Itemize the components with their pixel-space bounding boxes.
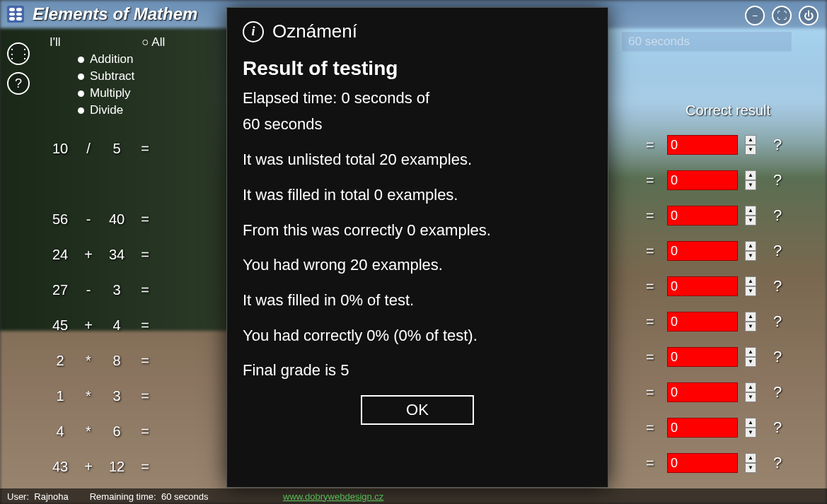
spin-down-icon[interactable]: ▼ [745,216,756,225]
spin-down-icon[interactable]: ▼ [745,180,756,190]
spin-down-icon[interactable]: ▼ [745,357,756,367]
spinner[interactable]: ▲▼ [745,382,756,402]
answer-input[interactable] [667,418,738,438]
spin-down-icon[interactable]: ▼ [745,392,756,402]
spinner[interactable]: ▲▼ [745,170,756,190]
example-row: 1*3= [42,378,241,414]
answer-row: = ▲▼ ? [646,445,792,481]
answer-row: = ▲▼ ? [646,233,792,269]
spin-down-icon[interactable]: ▼ [745,428,756,438]
answer-row: = ▲▼ ? [646,410,792,445]
answer-input[interactable] [667,347,738,367]
spinner[interactable]: ▲▼ [745,206,756,225]
example-row: 43+12= [42,449,241,484]
equals-sign: = [646,420,660,436]
elapsed-line1: Elapsed time: 0 seconds of [243,88,592,109]
hint-button[interactable]: ? [763,171,792,189]
equals-sign: = [646,243,660,259]
hint-button[interactable]: ? [763,136,792,154]
spin-up-icon[interactable]: ▲ [745,206,756,216]
result-line: From this was correctly 0 examples. [243,220,592,241]
example-row: 24+34= [42,237,241,272]
answer-input[interactable] [667,170,738,190]
spinner[interactable]: ▲▼ [745,312,756,332]
hint-button[interactable]: ? [763,312,792,331]
answer-row: = ▲▼ ? [646,198,792,233]
example-row: 45+4= [42,307,241,343]
answer-input[interactable] [667,241,738,261]
spin-up-icon[interactable]: ▲ [745,170,756,180]
ops-header: I'll ○ All [50,35,165,49]
power-button[interactable]: ⏻ [799,6,819,25]
app-icon [7,6,24,23]
spin-up-icon[interactable]: ▲ [745,135,756,145]
spin-down-icon[interactable]: ▼ [745,251,756,261]
answers-column: = ▲▼ ?= ▲▼ ?= ▲▼ ?= ▲▼ ?= ▲▼ ?= ▲▼ ?= ▲▼… [646,127,792,481]
footer-link[interactable]: www.dobrywebdesign.cz [283,491,383,502]
operations-panel: I'll ○ All Addition Subtract Multiply Di… [50,35,165,120]
equals-sign: = [646,279,660,295]
answer-row: = ▲▼ ? [646,127,792,163]
spin-down-icon[interactable]: ▼ [745,463,756,473]
answer-row: = ▲▼ ? [646,304,792,339]
hint-button[interactable]: ? [763,383,792,402]
answer-input[interactable] [667,206,738,225]
example-row [42,166,241,201]
example-row: 56-40= [42,201,241,237]
equals-sign: = [646,314,660,330]
window-controls: − ⛶ ⏻ [745,6,819,25]
op-subtract[interactable]: Subtract [78,69,165,83]
equals-sign: = [646,172,660,189]
spinner[interactable]: ▲▼ [745,135,756,155]
help-button[interactable]: ? [7,72,30,95]
spin-up-icon[interactable]: ▲ [745,453,756,463]
ok-button[interactable]: OK [361,395,474,425]
spin-down-icon[interactable]: ▼ [745,286,756,296]
example-row: 10/5= [42,131,241,166]
hint-button[interactable]: ? [763,206,792,225]
spin-up-icon[interactable]: ▲ [745,418,756,428]
menu-button[interactable]: ⋮⋮ [7,42,30,65]
op-multiply[interactable]: Multiply [78,86,165,100]
answer-input[interactable] [667,382,738,402]
spinner[interactable]: ▲▼ [745,347,756,367]
correct-result-header: Correct result [686,102,770,119]
spin-up-icon[interactable]: ▲ [745,312,756,322]
spin-up-icon[interactable]: ▲ [745,382,756,392]
spin-up-icon[interactable]: ▲ [745,347,756,357]
op-divide[interactable]: Divide [78,103,165,117]
elapsed-line2: 60 seconds [243,114,592,135]
spinner[interactable]: ▲▼ [745,241,756,261]
answer-row: = ▲▼ ? [646,163,792,198]
answer-input[interactable] [667,135,738,155]
hint-button[interactable]: ? [763,418,792,437]
spin-up-icon[interactable]: ▲ [745,241,756,251]
hint-button[interactable]: ? [763,454,792,472]
equals-sign: = [646,208,660,224]
spin-down-icon[interactable]: ▼ [745,322,756,332]
result-dialog: i Oznámení Result of testing Elapsed tim… [226,7,608,488]
answer-input[interactable] [667,312,738,332]
op-addition[interactable]: Addition [78,52,165,66]
spinner[interactable]: ▲▼ [745,418,756,438]
result-line: It was filled in total 0 examples. [243,184,592,206]
minimize-button[interactable]: − [745,6,765,25]
spin-up-icon[interactable]: ▲ [745,276,756,286]
answer-row: = ▲▼ ? [646,269,792,304]
result-line: It was filled in 0% of test. [243,290,592,311]
spinner[interactable]: ▲▼ [745,453,756,473]
answer-input[interactable] [667,453,738,473]
hint-button[interactable]: ? [763,348,792,366]
answer-row: = ▲▼ ? [646,375,792,410]
maximize-button[interactable]: ⛶ [772,6,792,25]
equals-sign: = [646,455,660,471]
spin-down-icon[interactable]: ▼ [745,145,756,155]
answer-input[interactable] [667,276,738,296]
hint-button[interactable]: ? [763,242,792,260]
timer-field[interactable] [622,32,792,52]
example-row: 27-3= [42,272,241,307]
spinner[interactable]: ▲▼ [745,276,756,296]
hint-button[interactable]: ? [763,277,792,295]
example-row: 2*8= [42,343,241,378]
result-line: You had correctly 0% (0% of test). [243,325,592,346]
